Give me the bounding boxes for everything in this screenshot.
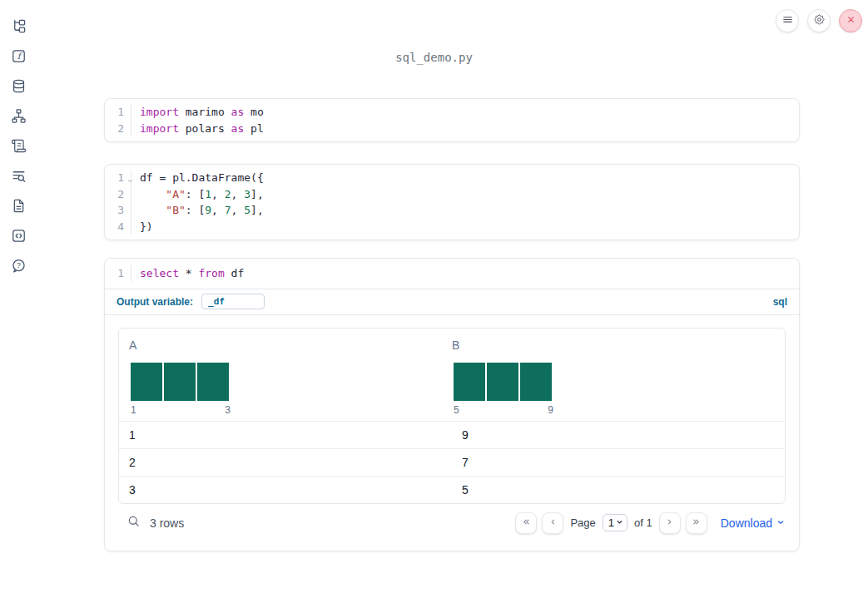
code-text: }) xyxy=(131,219,153,235)
sidebar-panel: f? xyxy=(0,0,37,282)
table-body: 192735 xyxy=(119,421,785,503)
code-editor[interactable]: 1import marimo as mo2import polars as pl xyxy=(105,99,799,141)
last-page-button[interactable] xyxy=(686,512,707,534)
first-page-button[interactable] xyxy=(515,512,537,534)
column-header-B[interactable]: B59 xyxy=(452,339,775,416)
chevron-down-icon xyxy=(615,516,624,529)
code-line: 1select * from df xyxy=(105,265,799,282)
table-row[interactable]: 19 xyxy=(119,421,785,448)
code-text: "B": [9, 7, 5], xyxy=(131,202,264,219)
code-line: 2 "A": [1, 2, 3], xyxy=(105,186,799,203)
chevrons-right-icon xyxy=(691,516,702,530)
next-page-button[interactable] xyxy=(659,512,681,534)
line-number: 4 xyxy=(105,219,131,235)
histogram-bar xyxy=(197,363,229,401)
histogram-bar xyxy=(131,363,162,401)
line-number: 3 xyxy=(105,202,131,219)
sidebar-item-snippets[interactable] xyxy=(3,162,33,192)
settings-button[interactable] xyxy=(807,9,831,32)
prev-page-button[interactable] xyxy=(542,512,563,534)
chevron-right-icon xyxy=(664,516,675,530)
sql-language-badge: sql xyxy=(773,296,787,308)
dataframe-table: A13B59 192735 xyxy=(118,328,786,504)
table-row[interactable]: 27 xyxy=(119,448,785,476)
column-name: B xyxy=(452,339,775,352)
code-line: 1df = pl.DataFrame({ xyxy=(105,170,799,186)
download-button[interactable]: Download xyxy=(721,516,786,530)
notebook-menu-button[interactable] xyxy=(776,9,799,32)
scroll-icon xyxy=(11,138,27,156)
sidebar-item-logs[interactable] xyxy=(3,132,33,162)
page-select-value: 1 xyxy=(608,516,614,529)
tree-icon xyxy=(11,18,27,37)
table-cell: 9 xyxy=(452,428,785,442)
page-select[interactable]: 1 xyxy=(603,514,627,531)
sidebar-item-help[interactable]: ? xyxy=(3,252,33,282)
table-row[interactable]: 35 xyxy=(119,476,785,503)
help-icon: ? xyxy=(11,258,27,276)
table-cell: 3 xyxy=(119,483,452,497)
notebook-filename[interactable]: sql_demo.py xyxy=(0,51,868,64)
histogram-axis-labels: 13 xyxy=(131,404,231,416)
page-label: Page xyxy=(570,516,595,529)
sidebar-item-documentation[interactable] xyxy=(3,192,33,222)
code-line: 2import polars as pl xyxy=(105,121,799,137)
database-icon xyxy=(11,78,27,96)
chevrons-left-icon xyxy=(521,516,532,530)
line-number: 1 xyxy=(105,104,131,121)
line-number: 2 xyxy=(105,121,131,137)
line-number: 1 xyxy=(105,170,131,186)
document-icon xyxy=(11,198,27,216)
code-text: "A": [1, 2, 3], xyxy=(131,186,264,203)
download-label: Download xyxy=(721,516,772,530)
chevron-left-icon xyxy=(548,516,558,530)
code-text: import marimo as mo xyxy=(131,104,264,121)
code-text: select * from df xyxy=(131,265,244,282)
notebook-actions xyxy=(776,9,862,32)
table-cell: 2 xyxy=(119,456,452,469)
histogram-bar xyxy=(520,363,552,401)
code-icon xyxy=(11,228,27,246)
menu-icon xyxy=(781,13,794,28)
histogram-axis-labels: 59 xyxy=(454,404,553,416)
histogram-bar xyxy=(454,363,485,401)
sql-editor[interactable]: 1select * from df xyxy=(105,259,799,289)
column-header-A[interactable]: A13 xyxy=(129,339,452,416)
sql-options-row: Output variable: sql xyxy=(105,289,799,315)
table-cell: 5 xyxy=(452,483,785,497)
code-editor[interactable]: 1df = pl.DataFrame({2 "A": [1, 2, 3],3 "… xyxy=(105,165,799,240)
code-line: 4}) xyxy=(105,219,799,235)
output-variable-input[interactable] xyxy=(201,294,265,309)
row-count: 3 rows xyxy=(150,516,184,530)
table-cell: 7 xyxy=(452,456,785,469)
chevron-down-icon xyxy=(776,516,786,530)
code-text: df = pl.DataFrame({ xyxy=(131,170,264,186)
graph-icon xyxy=(11,108,27,126)
search-icon[interactable] xyxy=(126,514,141,531)
code-line: 3 "B": [9, 7, 5], xyxy=(105,202,799,219)
code-line: 1import marimo as mo xyxy=(105,104,799,121)
sidebar-item-datasources[interactable] xyxy=(3,72,33,102)
column-name: A xyxy=(129,339,452,352)
x-icon xyxy=(846,14,856,27)
sidebar-item-scratchpad[interactable] xyxy=(3,222,33,252)
code-cell-dataframe[interactable]: 1df = pl.DataFrame({2 "A": [1, 2, 3],3 "… xyxy=(104,164,800,240)
sql-cell: 1select * from df Output variable: sql A… xyxy=(104,258,800,551)
code-text: import polars as pl xyxy=(131,121,264,137)
sidebar-item-file-explorer[interactable] xyxy=(3,12,33,42)
gear-icon xyxy=(813,13,826,28)
svg-text:?: ? xyxy=(17,261,21,269)
shutdown-button[interactable] xyxy=(839,9,862,32)
page-of-label: of 1 xyxy=(634,516,652,529)
notebook: 1import marimo as mo2import polars as pl… xyxy=(104,98,800,551)
table-footer: 3 rows Page 1 of 1 xyxy=(118,506,786,541)
sidebar-item-dependency-graph[interactable] xyxy=(3,102,33,132)
line-number: 2 xyxy=(105,186,131,203)
code-cell-imports[interactable]: 1import marimo as mo2import polars as pl xyxy=(104,98,800,142)
line-number: 1 xyxy=(105,265,131,282)
list-search-icon xyxy=(11,168,27,186)
output-variable-label: Output variable: xyxy=(117,296,193,308)
column-histogram xyxy=(454,363,775,401)
column-histogram xyxy=(131,363,452,401)
table-header: A13B59 xyxy=(119,329,785,421)
